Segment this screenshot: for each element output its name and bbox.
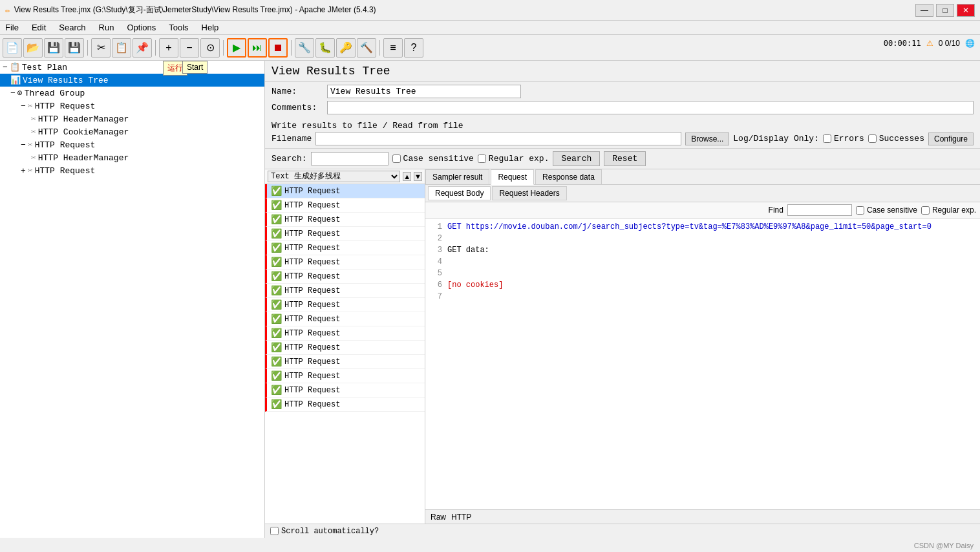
remote-start-button[interactable]: 🔧 bbox=[295, 38, 314, 58]
filename-input[interactable] bbox=[315, 132, 681, 145]
http-req-icon2: ✂ bbox=[28, 140, 33, 150]
tree-item-http-request-3[interactable]: + ✂ HTTP Request bbox=[0, 164, 264, 177]
list-item[interactable]: ✅ HTTP Request bbox=[265, 312, 425, 326]
list-item[interactable]: ✅ HTTP Request bbox=[265, 241, 425, 255]
tree-item-view-results-tree[interactable]: 📊 View Results Tree bbox=[0, 74, 264, 87]
search-button[interactable]: Search bbox=[553, 151, 600, 166]
menu-edit[interactable]: Edit bbox=[29, 21, 48, 34]
status-icon: ✅ bbox=[271, 399, 282, 410]
timer-display: 00:00:11 bbox=[884, 39, 921, 48]
start-no-pause-button[interactable]: ⏭ bbox=[248, 38, 267, 58]
http-req-icon: ✂ bbox=[28, 101, 33, 111]
save-button[interactable]: 💾 bbox=[44, 38, 63, 58]
request-label: HTTP Request bbox=[284, 301, 340, 310]
help-button[interactable]: ? bbox=[404, 38, 423, 58]
request-label: HTTP Request bbox=[284, 258, 340, 267]
list-item[interactable]: ✅ HTTP Request bbox=[265, 298, 425, 312]
tree-item-http-cookie-manager[interactable]: ✂ HTTP CookieManager bbox=[0, 125, 264, 138]
list-item[interactable]: ✅ HTTP Request bbox=[265, 284, 425, 298]
menu-run[interactable]: Run bbox=[96, 21, 117, 34]
scroll-up-button[interactable]: ▲ bbox=[403, 172, 411, 181]
find-case-sensitive-checkbox[interactable] bbox=[856, 206, 864, 215]
sub-tab-request-body[interactable]: Request Body bbox=[428, 186, 491, 200]
list-item[interactable]: ✅ HTTP Request bbox=[265, 369, 425, 383]
separator2 bbox=[155, 40, 156, 56]
code-line-5: 5 bbox=[429, 268, 976, 279]
scroll-down-button[interactable]: ▼ bbox=[414, 172, 422, 181]
maximize-button[interactable]: □ bbox=[936, 4, 954, 17]
configure-button[interactable]: Configure bbox=[928, 133, 974, 145]
tab-request[interactable]: Request bbox=[491, 169, 534, 185]
scroll-auto-label: Scroll automatically? bbox=[281, 527, 379, 536]
cut-button[interactable]: ✂ bbox=[91, 38, 111, 58]
case-sensitive-checkbox-label: Case sensitive bbox=[392, 154, 474, 164]
stop-button[interactable]: ⏹ bbox=[268, 38, 288, 58]
tree-item-test-plan[interactable]: − 📋 Test Plan bbox=[0, 61, 264, 74]
list-item[interactable]: ✅ HTTP Request bbox=[265, 255, 425, 270]
save-as-button[interactable]: 💾 bbox=[65, 38, 84, 58]
tab-sampler-result[interactable]: Sampler result bbox=[425, 169, 489, 184]
list-item[interactable]: ✅ HTTP Request bbox=[265, 213, 425, 227]
errors-checkbox[interactable] bbox=[823, 134, 831, 143]
status-icon: ✅ bbox=[271, 186, 282, 196]
main-tab-bar: Sampler result Request Response data bbox=[425, 169, 980, 185]
hammer-button[interactable]: 🔨 bbox=[357, 38, 376, 58]
tab-response-data[interactable]: Response data bbox=[535, 169, 602, 184]
scroll-auto-checkbox[interactable] bbox=[270, 527, 279, 535]
key-button[interactable]: 🔑 bbox=[336, 38, 356, 58]
title-controls: — □ ✕ bbox=[915, 4, 975, 17]
minimize-button[interactable]: — bbox=[915, 4, 933, 17]
find-input[interactable] bbox=[787, 204, 852, 216]
browse-button[interactable]: Browse... bbox=[685, 133, 729, 145]
menu-search[interactable]: Search bbox=[56, 21, 88, 34]
successes-checkbox[interactable] bbox=[868, 134, 877, 143]
paste-button[interactable]: 📌 bbox=[133, 38, 152, 58]
tree-item-http-request-2[interactable]: − ✂ HTTP Request bbox=[0, 138, 264, 151]
http-label: HTTP bbox=[451, 513, 471, 522]
remote-bug-button[interactable]: 🐛 bbox=[315, 38, 335, 58]
tree-item-http-header-manager-2[interactable]: ✂ HTTP HeaderManager bbox=[0, 151, 264, 164]
list-button[interactable]: ≡ bbox=[383, 38, 403, 58]
view-results-icon: 📊 bbox=[10, 75, 21, 85]
text-type-select[interactable]: Text 生成好多线程 bbox=[268, 171, 400, 182]
sub-tab-request-headers[interactable]: Request Headers bbox=[492, 186, 566, 200]
menu-file[interactable]: File bbox=[3, 21, 21, 34]
list-item[interactable]: ✅ HTTP Request bbox=[265, 198, 425, 213]
find-regex-checkbox[interactable] bbox=[921, 206, 930, 215]
menu-tools[interactable]: Tools bbox=[166, 21, 191, 34]
add-button[interactable]: + bbox=[159, 38, 178, 58]
tree-item-http-request-1[interactable]: − ✂ HTTP Request bbox=[0, 100, 264, 112]
title-text: View Results Tree.jmx (G:\Study\复习-面试\Je… bbox=[14, 5, 376, 16]
remove-button[interactable]: − bbox=[180, 38, 199, 58]
list-item[interactable]: ✅ HTTP Request bbox=[265, 398, 425, 412]
open-button[interactable]: 📂 bbox=[23, 38, 43, 58]
close-button[interactable]: ✕ bbox=[957, 4, 975, 17]
tree-item-thread-group[interactable]: − ⊙ Thread Group bbox=[0, 87, 264, 100]
search-input[interactable] bbox=[311, 152, 389, 165]
list-item[interactable]: ✅ HTTP Request bbox=[265, 270, 425, 284]
list-item[interactable]: ✅ HTTP Request bbox=[265, 227, 425, 241]
case-sensitive-checkbox[interactable] bbox=[392, 154, 401, 163]
name-input[interactable] bbox=[327, 85, 521, 98]
title-bar: ✏ View Results Tree.jmx (G:\Study\复习-面试\… bbox=[0, 0, 980, 21]
list-item[interactable]: ✅ HTTP Request bbox=[265, 355, 425, 369]
expand-icon2: − bbox=[10, 89, 16, 98]
clear-button[interactable]: ⊙ bbox=[200, 38, 220, 58]
new-button[interactable]: 📄 bbox=[3, 38, 22, 58]
regex-checkbox[interactable] bbox=[478, 154, 486, 163]
copy-button[interactable]: 📋 bbox=[112, 38, 131, 58]
test-plan-icon: 📋 bbox=[10, 62, 20, 72]
list-item[interactable]: ✅ HTTP Request bbox=[265, 341, 425, 355]
separator5 bbox=[379, 40, 380, 56]
tree-item-http-header-manager-1[interactable]: ✂ HTTP HeaderManager bbox=[0, 112, 264, 125]
list-item[interactable]: ✅ HTTP Request bbox=[265, 383, 425, 398]
menu-help[interactable]: Help bbox=[199, 21, 222, 34]
status-icon: ✅ bbox=[271, 214, 282, 225]
start-button[interactable]: ▶ bbox=[227, 38, 246, 58]
reset-button[interactable]: Reset bbox=[604, 151, 646, 166]
list-item[interactable]: ✅ HTTP Request bbox=[265, 184, 425, 198]
menu-options[interactable]: Options bbox=[124, 21, 158, 34]
list-item[interactable]: ✅ HTTP Request bbox=[265, 326, 425, 341]
code-line-4: 4 bbox=[429, 256, 976, 268]
comments-input[interactable] bbox=[327, 101, 974, 114]
